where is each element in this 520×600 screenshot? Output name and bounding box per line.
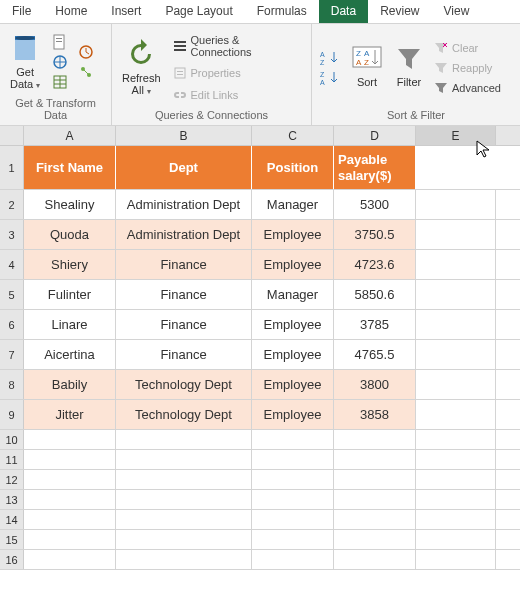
clear-button[interactable]: Clear xyxy=(432,41,503,55)
cell[interactable] xyxy=(116,530,252,549)
cell[interactable]: Administration Dept xyxy=(116,220,252,249)
existing-conn-button[interactable] xyxy=(76,63,96,81)
tab-home[interactable]: Home xyxy=(43,0,99,23)
get-data-button[interactable]: GetData ▾ xyxy=(6,28,44,95)
cell[interactable] xyxy=(416,470,496,489)
col-header-C[interactable]: C xyxy=(252,126,334,145)
cell[interactable] xyxy=(416,400,496,429)
cell[interactable]: 5850.6 xyxy=(334,280,416,309)
cell[interactable] xyxy=(334,530,416,549)
row-header[interactable]: 11 xyxy=(0,450,24,469)
cell[interactable]: 3750.5 xyxy=(334,220,416,249)
sort-button[interactable]: ZAAZ Sort xyxy=(348,28,386,107)
cell[interactable]: 3785 xyxy=(334,310,416,339)
cell[interactable]: Finance xyxy=(116,250,252,279)
cell[interactable]: Linare xyxy=(24,310,116,339)
tab-review[interactable]: Review xyxy=(368,0,431,23)
cell[interactable]: Shiery xyxy=(24,250,116,279)
sort-desc-button[interactable]: ZA xyxy=(318,69,342,87)
cell[interactable]: 4723.6 xyxy=(334,250,416,279)
properties-button[interactable]: Properties xyxy=(171,65,305,81)
cell[interactable] xyxy=(416,310,496,339)
row-header[interactable]: 14 xyxy=(0,510,24,529)
col-header-E[interactable]: E xyxy=(416,126,496,145)
header-cell[interactable]: Position xyxy=(252,146,334,189)
cell[interactable]: Quoda xyxy=(24,220,116,249)
col-header-B[interactable]: B xyxy=(116,126,252,145)
cell[interactable]: Technology Dept xyxy=(116,400,252,429)
cell[interactable] xyxy=(116,430,252,449)
cell[interactable] xyxy=(252,510,334,529)
cell[interactable] xyxy=(416,370,496,399)
cell[interactable] xyxy=(252,430,334,449)
reapply-button[interactable]: Reapply xyxy=(432,61,503,75)
cell[interactable]: Manager xyxy=(252,280,334,309)
row-header[interactable]: 15 xyxy=(0,530,24,549)
cell[interactable] xyxy=(416,146,496,189)
header-cell[interactable]: Payable salary($) xyxy=(334,146,416,189)
cell[interactable] xyxy=(416,490,496,509)
tab-data[interactable]: Data xyxy=(319,0,368,23)
cell[interactable] xyxy=(334,430,416,449)
cell[interactable] xyxy=(416,220,496,249)
cell[interactable]: 4765.5 xyxy=(334,340,416,369)
cell[interactable] xyxy=(24,510,116,529)
cell[interactable] xyxy=(416,530,496,549)
tab-view[interactable]: View xyxy=(432,0,482,23)
col-header-A[interactable]: A xyxy=(24,126,116,145)
cell[interactable]: Finance xyxy=(116,280,252,309)
cell[interactable]: Babily xyxy=(24,370,116,399)
cell[interactable] xyxy=(252,530,334,549)
cell[interactable]: 3858 xyxy=(334,400,416,429)
cell[interactable] xyxy=(416,340,496,369)
cell[interactable] xyxy=(24,530,116,549)
cell[interactable]: Aicertina xyxy=(24,340,116,369)
from-web-button[interactable] xyxy=(50,53,70,71)
row-header[interactable]: 7 xyxy=(0,340,24,369)
row-header[interactable]: 13 xyxy=(0,490,24,509)
refresh-all-button[interactable]: RefreshAll ▾ xyxy=(118,28,165,107)
cell[interactable] xyxy=(24,450,116,469)
row-header[interactable]: 6 xyxy=(0,310,24,339)
row-header[interactable]: 4 xyxy=(0,250,24,279)
cell[interactable] xyxy=(416,280,496,309)
cell[interactable]: Employee xyxy=(252,250,334,279)
filter-button[interactable]: Filter xyxy=(392,28,426,107)
cell[interactable] xyxy=(252,450,334,469)
row-header[interactable]: 2 xyxy=(0,190,24,219)
cell[interactable] xyxy=(416,450,496,469)
cell[interactable]: Employee xyxy=(252,370,334,399)
row-header[interactable]: 1 xyxy=(0,146,24,189)
cell[interactable] xyxy=(116,470,252,489)
cell[interactable]: Shealiny xyxy=(24,190,116,219)
row-header[interactable]: 9 xyxy=(0,400,24,429)
select-all-corner[interactable] xyxy=(0,126,24,145)
cell[interactable] xyxy=(24,470,116,489)
row-header[interactable]: 5 xyxy=(0,280,24,309)
cell[interactable]: Technology Dept xyxy=(116,370,252,399)
row-header[interactable]: 10 xyxy=(0,430,24,449)
cell[interactable] xyxy=(416,250,496,279)
row-header[interactable]: 12 xyxy=(0,470,24,489)
cell[interactable]: Jitter xyxy=(24,400,116,429)
cell[interactable] xyxy=(252,470,334,489)
tab-insert[interactable]: Insert xyxy=(99,0,153,23)
cell[interactable] xyxy=(24,550,116,569)
cell[interactable] xyxy=(116,490,252,509)
cell[interactable]: Finance xyxy=(116,340,252,369)
edit-links-button[interactable]: Edit Links xyxy=(171,87,305,103)
cell[interactable]: Employee xyxy=(252,400,334,429)
cell[interactable]: Manager xyxy=(252,190,334,219)
cell[interactable] xyxy=(252,490,334,509)
row-header[interactable]: 3 xyxy=(0,220,24,249)
cell[interactable] xyxy=(334,490,416,509)
cell[interactable] xyxy=(116,510,252,529)
queries-connections-button[interactable]: Queries & Connections xyxy=(171,33,305,59)
row-header[interactable]: 16 xyxy=(0,550,24,569)
cell[interactable] xyxy=(116,550,252,569)
cell[interactable] xyxy=(416,510,496,529)
cell[interactable]: 3800 xyxy=(334,370,416,399)
recent-sources-button[interactable] xyxy=(76,43,96,61)
cell[interactable]: Employee xyxy=(252,310,334,339)
tab-formulas[interactable]: Formulas xyxy=(245,0,319,23)
